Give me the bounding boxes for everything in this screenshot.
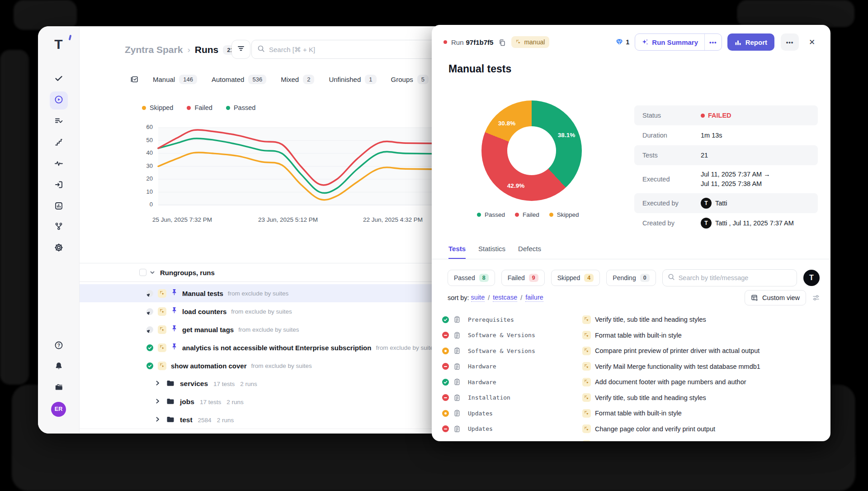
manual-test-icon <box>582 378 591 386</box>
test-row[interactable]: Software & VersionsFormat table with bui… <box>432 328 830 343</box>
run-title: show automation cover <box>171 362 247 370</box>
tab-groups[interactable]: Groups5 <box>387 75 433 84</box>
tab-statistics[interactable]: Statistics <box>478 245 505 259</box>
run-title: load counters <box>182 308 226 315</box>
tab-automated[interactable]: Automated536 <box>208 75 270 84</box>
failed-status-icon <box>442 425 449 432</box>
search-input[interactable] <box>269 46 451 53</box>
sidebar-item-runs[interactable] <box>50 91 68 110</box>
sliders-icon[interactable] <box>812 294 820 301</box>
chevron-right-icon[interactable] <box>155 416 160 424</box>
copy-icon[interactable] <box>498 38 506 46</box>
run-id: 97f1b7f5 <box>466 38 494 46</box>
tab-tests[interactable]: Tests <box>448 245 466 259</box>
passed-dot <box>226 106 230 110</box>
folder-runs-count: 2 runs <box>226 399 244 405</box>
pin-icon <box>171 343 178 352</box>
filter-passed[interactable]: Passed8 <box>448 270 495 286</box>
test-row[interactable]: UpdatesFormat table with built-in style <box>432 405 830 421</box>
test-row[interactable]: Software & VersionsCompare print preview… <box>432 343 830 359</box>
sidebar-item-notifications[interactable] <box>50 358 68 376</box>
chevron-down-icon[interactable] <box>149 269 156 276</box>
filter-button[interactable] <box>231 40 250 59</box>
legend-failed: Failed <box>515 211 539 218</box>
donut-legend: Passed Failed Skipped <box>477 211 579 218</box>
test-title: Format table with built-in style <box>595 410 682 417</box>
report-button[interactable]: Report <box>727 33 774 51</box>
y-tick: 10 <box>133 188 153 195</box>
skipped-status-icon <box>442 410 449 417</box>
test-search-input[interactable] <box>679 274 792 281</box>
sidebar-item-integrations[interactable] <box>50 218 68 236</box>
test-row[interactable]: InstallationVerify title, sub title and … <box>432 390 830 406</box>
filter-skipped[interactable]: Skipped4 <box>551 270 600 286</box>
chevron-right-icon[interactable] <box>155 380 160 388</box>
sidebar-item-projects[interactable] <box>50 379 68 397</box>
tab-manual[interactable]: Manual146 <box>149 75 201 84</box>
sidebar-item-settings[interactable] <box>50 239 68 257</box>
profile-avatar[interactable]: ER <box>50 400 68 418</box>
page-title: Runs <box>195 44 219 55</box>
tab-count: 2 <box>303 75 314 84</box>
sidebar-item-analytics[interactable] <box>50 198 68 216</box>
tab-defects[interactable]: Defects <box>518 245 541 259</box>
test-row[interactable]: UpdatesChange page color and verify prin… <box>432 421 830 437</box>
pin-icon <box>171 325 178 334</box>
y-tick: 50 <box>133 137 153 143</box>
x-tick: 22 Jun, 2025 4:32 PM <box>363 216 423 223</box>
app-logo[interactable]: T <box>50 35 68 53</box>
clipboard-icon <box>453 425 461 433</box>
folder-runs-count: 2 runs <box>217 417 234 424</box>
test-suite: Installation <box>468 394 510 401</box>
select-all-checkbox[interactable] <box>139 269 146 276</box>
filter-pending[interactable]: Pending0 <box>606 270 656 286</box>
select-all-icon[interactable] <box>130 75 139 84</box>
pin-icon <box>171 289 178 298</box>
failed-dot <box>187 106 191 110</box>
manual-tag[interactable]: manual <box>511 36 549 48</box>
logo-letter: T <box>54 38 62 51</box>
more-options-button[interactable]: ••• <box>781 33 799 51</box>
sort-by-suite[interactable]: suite <box>471 294 485 302</box>
filter-failed[interactable]: Failed9 <box>501 270 545 286</box>
sort-by-failure[interactable]: failure <box>525 294 543 302</box>
sidebar-item-tests[interactable] <box>50 70 68 88</box>
manual-test-icon <box>582 440 591 441</box>
clipboard-icon <box>453 363 461 370</box>
test-row-partial[interactable] <box>432 437 830 441</box>
svg-text:?: ? <box>57 343 60 348</box>
close-icon[interactable]: ✕ <box>804 34 820 50</box>
gear-icon <box>54 243 63 254</box>
sidebar-item-milestones[interactable] <box>50 134 68 152</box>
test-row[interactable]: HardwareVerify Mail Merge functionality … <box>432 359 830 375</box>
skipped-status-icon <box>442 348 449 354</box>
breadcrumb-project[interactable]: Zyntra Spark <box>125 44 183 55</box>
folder-icon <box>166 397 175 407</box>
sidebar-item-plans[interactable] <box>50 113 68 131</box>
sidebar-item-import[interactable] <box>50 176 68 195</box>
chevron-right-icon[interactable] <box>155 398 160 406</box>
custom-view-button[interactable]: Custom view <box>745 290 806 305</box>
tab-unfinished[interactable]: Unfinished1 <box>325 75 380 84</box>
y-tick: 60 <box>133 124 153 130</box>
y-tick: 40 <box>133 149 153 156</box>
account-avatar[interactable]: T <box>803 270 820 286</box>
sidebar-item-activity[interactable] <box>50 155 68 173</box>
clipboard-icon <box>453 332 461 339</box>
folder-name: services <box>180 380 208 388</box>
gem-icon[interactable] <box>615 38 623 46</box>
test-row[interactable]: PrerequisitesVerify title, sub title and… <box>432 312 830 328</box>
logo-tick <box>68 35 71 41</box>
tab-mixed[interactable]: Mixed2 <box>277 75 318 84</box>
run-summary-more-button[interactable]: ••• <box>704 34 722 50</box>
folder-tests-count: 2584 <box>198 417 212 424</box>
breadcrumb: Zyntra Spark › Runs 21 <box>125 44 238 55</box>
run-summary-button[interactable]: Run Summary <box>635 38 704 46</box>
run-title: analytics is not accessible without Ente… <box>182 344 371 352</box>
x-tick: 23 Jun, 2025 5:12 PM <box>258 216 318 223</box>
run-meta: from exclude by suites <box>228 290 288 297</box>
table-settings-icon <box>751 294 758 301</box>
test-row[interactable]: HardwareAdd document footer with page nu… <box>432 374 830 390</box>
sidebar-item-help[interactable]: ? <box>50 337 68 355</box>
sort-by-testcase[interactable]: testcase <box>493 294 517 302</box>
